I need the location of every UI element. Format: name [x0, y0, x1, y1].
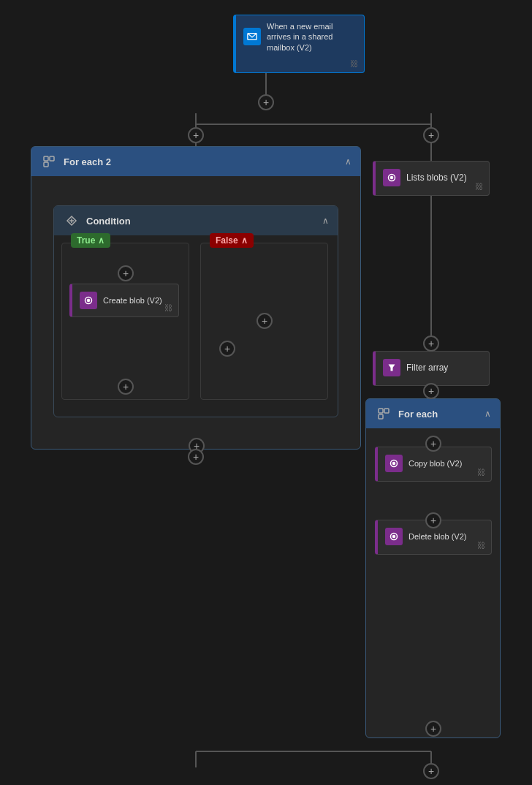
plus-after-lists-blobs[interactable]: + [423, 335, 439, 352]
for-each-chevron[interactable]: ∧ [484, 409, 491, 419]
condition-icon [63, 212, 80, 230]
plus-after-trigger[interactable]: + [258, 94, 274, 110]
copy-blob-title: Copy blob (V2) [408, 459, 484, 468]
plus-foreach-bottom[interactable]: + [425, 721, 441, 737]
lists-blobs-icon [383, 169, 400, 186]
true-label: True ∧ [71, 233, 110, 248]
plus-inside-foreach[interactable]: + [425, 436, 441, 452]
lists-blobs-card[interactable]: Lists blobs (V2) ⛓ [373, 161, 490, 196]
copy-blob-card[interactable]: Copy blob (V2) ⛓ [375, 447, 492, 482]
create-blob-link: ⛓ [164, 303, 172, 312]
plus-left-branch[interactable]: + [188, 127, 204, 143]
svg-rect-30 [379, 414, 383, 419]
svg-point-32 [392, 462, 396, 466]
false-branch-box: False ∧ + [200, 243, 328, 400]
filter-array-title: Filter array [406, 363, 482, 373]
create-blob-icon [80, 292, 97, 309]
plus-false-branch[interactable]: + [256, 313, 273, 329]
for-each-2-header[interactable]: For each 2 ∧ [31, 147, 360, 176]
for-each-title: For each [398, 409, 479, 420]
condition-chevron[interactable]: ∧ [322, 216, 329, 226]
svg-rect-29 [384, 409, 389, 413]
false-label: False ∧ [210, 233, 254, 248]
for-each-loop-icon [375, 405, 392, 422]
condition-header[interactable]: Condition ∧ [54, 206, 338, 235]
plus-after-filter[interactable]: + [423, 383, 439, 399]
link-icon: ⛓ [350, 59, 358, 68]
plus-right-branch[interactable]: + [423, 127, 439, 143]
lists-blobs-link: ⛓ [475, 182, 483, 191]
delete-blob-icon [385, 528, 403, 545]
plus-true-bottom[interactable]: + [118, 379, 134, 395]
loop-icon [40, 153, 58, 170]
true-branch-box: True ∧ + Cr [61, 243, 189, 400]
plus-below-foreach2[interactable]: + [188, 449, 204, 465]
svg-point-34 [392, 535, 396, 539]
svg-rect-18 [44, 156, 48, 161]
condition-container: Condition ∧ True ∧ + [53, 205, 338, 417]
for-each-2-chevron[interactable]: ∧ [345, 156, 352, 167]
trigger-card[interactable]: When a new email arrives in a shared mai… [233, 15, 365, 73]
svg-rect-20 [44, 162, 48, 167]
svg-point-26 [390, 176, 394, 180]
plus-between-blobs[interactable]: + [425, 512, 441, 528]
plus-below-foreach[interactable]: + [423, 763, 439, 779]
plus-inside-foreach2[interactable]: + [219, 341, 235, 357]
delete-blob-title: Delete blob (V2) [408, 532, 484, 541]
svg-rect-19 [50, 156, 54, 161]
filter-array-card[interactable]: Filter array [373, 351, 490, 386]
filter-icon [383, 359, 400, 376]
plus-true-branch[interactable]: + [118, 265, 134, 281]
create-blob-card[interactable]: Create blob (V2) ⛓ [69, 284, 179, 317]
svg-marker-27 [389, 365, 395, 371]
email-icon [243, 28, 261, 45]
delete-blob-link: ⛓ [477, 541, 485, 550]
for-each-2-title: For each 2 [64, 156, 339, 167]
copy-blob-icon [385, 455, 403, 472]
trigger-title: When a new email arrives in a shared mai… [267, 21, 357, 53]
svg-point-24 [87, 299, 91, 303]
for-each-header[interactable]: For each ∧ [366, 399, 500, 428]
svg-rect-28 [379, 409, 383, 413]
copy-blob-link: ⛓ [477, 468, 485, 477]
for-each-container: For each ∧ + Copy blob (V2) ⛓ + [365, 398, 501, 738]
lists-blobs-title: Lists blobs (V2) [406, 172, 482, 183]
create-blob-title: Create blob (V2) [103, 296, 171, 305]
for-each-2-container: For each 2 ∧ + Condition ∧ [31, 146, 361, 450]
condition-title: Condition [86, 216, 316, 227]
